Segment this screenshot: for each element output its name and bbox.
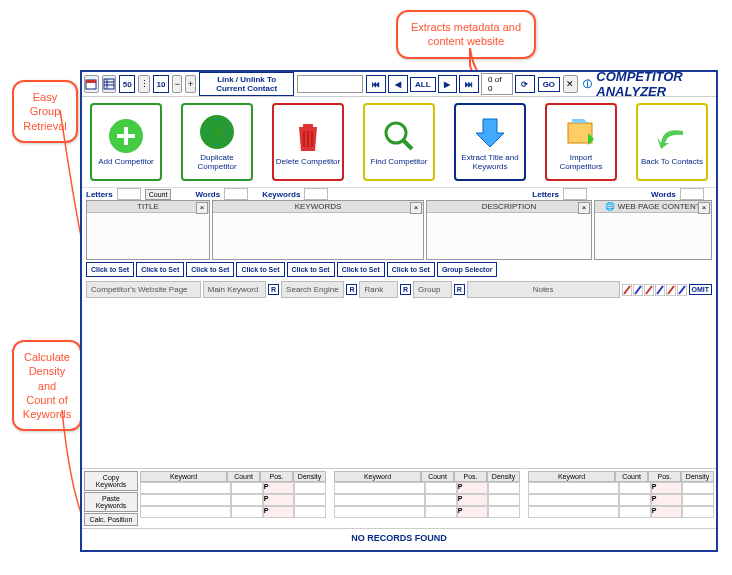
search-engine-field[interactable]: Search Engine xyxy=(281,281,344,298)
back-button[interactable]: Back To Contacts xyxy=(636,103,708,181)
dots-icon[interactable]: ⋮ xyxy=(138,75,150,93)
delete-competitor-button[interactable]: Delete Competitor xyxy=(272,103,344,181)
click-set-2[interactable]: Click to Set xyxy=(136,262,184,277)
add-competitor-button[interactable]: Add Competitor xyxy=(90,103,162,181)
click-set-6[interactable]: Click to Set xyxy=(337,262,385,277)
app-window: 50 ⋮ 10 − + Link / Unlink To Current Con… xyxy=(80,70,718,552)
panel-header: 🌐 WEB PAGE CONTENT xyxy=(595,201,711,213)
btn-label: Delete Competitor xyxy=(276,158,340,167)
lbl-words: Words xyxy=(195,190,220,199)
click-set-7[interactable]: Click to Set xyxy=(387,262,435,277)
r-tag[interactable]: R xyxy=(454,284,465,295)
btn-label: Extract Title and Keywords xyxy=(456,154,524,172)
rank-field[interactable]: Rank xyxy=(359,281,398,298)
minus-icon[interactable]: − xyxy=(172,75,182,93)
panels-row: TITLE × KEYWORDS × DESCRIPTION × 🌐 WEB P… xyxy=(82,200,716,260)
website-field[interactable]: Competitor's Website Page xyxy=(86,281,201,298)
svg-rect-4 xyxy=(104,79,114,89)
lbl-words2: Words xyxy=(651,190,676,199)
calendar-icon[interactable] xyxy=(84,75,99,93)
footer-status: NO RECORDS FOUND xyxy=(82,528,716,547)
duplicate-competitor-button[interactable]: Duplicate Competitor xyxy=(181,103,253,181)
info-icon[interactable]: ⓘ xyxy=(581,76,594,92)
click-set-4[interactable]: Click to Set xyxy=(236,262,284,277)
paste-keywords-button[interactable]: Paste Keywords xyxy=(84,492,138,512)
nav-prev-icon[interactable]: ◀ xyxy=(388,75,408,93)
btn-label: Import Competitors xyxy=(547,154,615,172)
pencil-icon-red[interactable] xyxy=(622,284,632,296)
nav-last-icon[interactable]: ⏭ xyxy=(459,75,479,93)
extract-button[interactable]: Extract Title and Keywords xyxy=(454,103,526,181)
btn-label: Find Competitor xyxy=(371,158,428,167)
svg-rect-3 xyxy=(86,80,96,83)
click-set-1[interactable]: Click to Set xyxy=(86,262,134,277)
pencil-icon-blue[interactable] xyxy=(677,284,687,296)
panel-labels: Letters Count Words Keywords Letters Wor… xyxy=(82,188,716,200)
panel-header: DESCRIPTION xyxy=(427,201,591,213)
plus-icon[interactable]: + xyxy=(185,75,195,93)
count-50[interactable]: 50 xyxy=(119,75,135,93)
fields-row: Competitor's Website Page Main Keyword R… xyxy=(82,279,716,300)
btn-label: Back To Contacts xyxy=(641,158,703,167)
search-input[interactable] xyxy=(297,75,363,93)
link-button[interactable]: Link / Unlink To Current Contact xyxy=(199,72,295,96)
keyword-bar: Copy Keywords Paste Keywords Calc. Posit… xyxy=(82,469,716,528)
pencil-icon-red[interactable] xyxy=(644,284,654,296)
r-tag[interactable]: R xyxy=(268,284,279,295)
lbl-letters2: Letters xyxy=(532,190,559,199)
omit-tag[interactable]: OMIT xyxy=(689,284,713,295)
nav-first-icon[interactable]: ⏮ xyxy=(366,75,386,93)
top-toolbar: 50 ⋮ 10 − + Link / Unlink To Current Con… xyxy=(82,72,716,97)
letters-field xyxy=(117,188,141,200)
panel-header: KEYWORDS xyxy=(213,201,423,213)
go-button[interactable]: GO xyxy=(538,77,560,92)
pencil-icon-blue[interactable] xyxy=(633,284,643,296)
r-tag[interactable]: R xyxy=(346,284,357,295)
svg-point-9 xyxy=(200,115,234,149)
nav-next-icon[interactable]: ▶ xyxy=(438,75,458,93)
r-tag[interactable]: R xyxy=(400,284,411,295)
panel-header: TITLE xyxy=(87,201,209,213)
close-icon[interactable]: × xyxy=(410,202,422,214)
count-button[interactable]: Count xyxy=(145,189,172,200)
close-icon[interactable]: × xyxy=(578,202,590,214)
body-area xyxy=(82,300,716,469)
keywords-panel[interactable]: KEYWORDS × xyxy=(212,200,424,260)
pencil-icon-red[interactable] xyxy=(666,284,676,296)
find-competitor-button[interactable]: Find Competitor xyxy=(363,103,435,181)
grid-icon[interactable] xyxy=(102,75,117,93)
kw-grid: KeywordCountPos.Density P P P KeywordCou… xyxy=(140,471,714,518)
click-set-5[interactable]: Click to Set xyxy=(287,262,335,277)
main-keyword-field[interactable]: Main Keyword xyxy=(203,281,266,298)
words-field2 xyxy=(680,188,704,200)
lbl-keywords: Keywords xyxy=(262,190,300,199)
refresh-icon[interactable]: ⟳ xyxy=(515,75,535,93)
close-icon[interactable]: × xyxy=(196,202,208,214)
app-title: COMPETITOR ANALYZER xyxy=(596,69,708,99)
click-set-3[interactable]: Click to Set xyxy=(186,262,234,277)
title-panel[interactable]: TITLE × xyxy=(86,200,210,260)
kw-side-buttons: Copy Keywords Paste Keywords Calc. Posit… xyxy=(84,471,138,526)
webpage-panel[interactable]: 🌐 WEB PAGE CONTENT × xyxy=(594,200,712,260)
count-10[interactable]: 10 xyxy=(153,75,169,93)
words-field xyxy=(224,188,248,200)
calc-position-button[interactable]: Calc. Position xyxy=(84,513,138,526)
description-panel[interactable]: DESCRIPTION × xyxy=(426,200,592,260)
group-selector[interactable]: Group Selector xyxy=(437,262,498,277)
notes-field[interactable]: Notes xyxy=(467,281,620,298)
import-button[interactable]: Import Competitors xyxy=(545,103,617,181)
action-icon[interactable]: ✕ xyxy=(563,75,578,93)
pencil-icon-blue[interactable] xyxy=(655,284,665,296)
kw-col-1: KeywordCountPos.Density P P P xyxy=(140,471,326,518)
copy-keywords-button[interactable]: Copy Keywords xyxy=(84,471,138,491)
btn-label: Duplicate Competitor xyxy=(183,154,251,172)
close-icon[interactable]: × xyxy=(698,202,710,214)
letters-field2 xyxy=(563,188,587,200)
all-button[interactable]: ALL xyxy=(410,77,436,92)
kw-col-2: KeywordCountPos.Density P P P xyxy=(334,471,520,518)
kw-col-3: KeywordCountPos.Density P P P xyxy=(528,471,714,518)
group-field[interactable]: Group xyxy=(413,281,452,298)
pencil-tools xyxy=(622,284,687,296)
callout-text: Extracts metadata and content website xyxy=(411,21,521,47)
svg-line-16 xyxy=(403,140,412,149)
